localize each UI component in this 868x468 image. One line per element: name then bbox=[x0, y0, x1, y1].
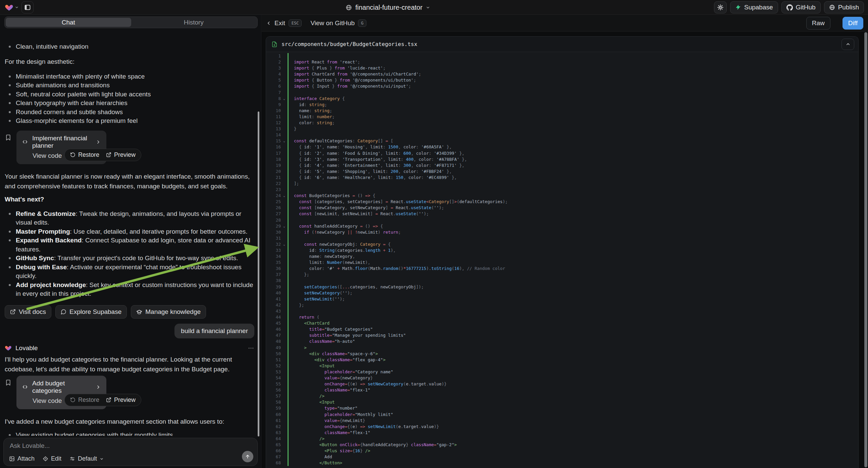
diff-toggle-button[interactable]: Diff bbox=[842, 17, 863, 30]
bullet-dot-icon bbox=[9, 239, 11, 241]
code-line: 5import { Button } from '@/components/ui… bbox=[266, 77, 858, 83]
code-line: 37 }; bbox=[266, 272, 858, 277]
chat-scrollbar[interactable] bbox=[258, 112, 259, 436]
github-button[interactable]: GitHub bbox=[781, 1, 821, 13]
sidebar-toggle-button[interactable] bbox=[22, 1, 34, 13]
code-lines: 12import React from 'react';3import { Pl… bbox=[266, 52, 858, 466]
mode-select[interactable]: Default bbox=[69, 455, 104, 462]
preview-button[interactable]: Preview bbox=[106, 397, 135, 404]
message-circle-icon bbox=[61, 309, 66, 315]
help-paragraph: I'll help you add budget categories to t… bbox=[5, 354, 254, 374]
bullet-dot-icon bbox=[9, 102, 11, 104]
scrollbar-thumb[interactable] bbox=[864, 32, 867, 467]
github-icon bbox=[786, 4, 793, 11]
bullet-dot-icon bbox=[9, 284, 11, 286]
code-line: 38 bbox=[266, 277, 858, 284]
chevron-down-icon bbox=[15, 5, 19, 9]
explore-supabase-button[interactable]: Explore Supabase bbox=[55, 305, 127, 319]
code-scrollbar[interactable] bbox=[864, 32, 867, 467]
code-line: 65 <Button onClick={handleAddCategory} c… bbox=[266, 442, 858, 448]
bookmark-icon[interactable] bbox=[5, 134, 12, 141]
code-line: 17 { id: '2', name: 'Food & Dining', lim… bbox=[266, 150, 858, 156]
assistant-name: Lovable bbox=[16, 345, 244, 352]
send-button[interactable] bbox=[242, 451, 253, 462]
code-line: 56 className="flex-1" bbox=[266, 387, 858, 393]
ready-paragraph: Your sleek financial planner is now read… bbox=[5, 172, 254, 191]
restore-icon bbox=[70, 152, 75, 157]
chevron-right-icon bbox=[96, 139, 101, 145]
supabase-button[interactable]: Supabase bbox=[730, 1, 778, 13]
raw-toggle-button[interactable]: Raw bbox=[806, 17, 830, 30]
version-actions-pill: Restore Preview bbox=[64, 394, 141, 406]
bullet-dot-icon bbox=[9, 231, 11, 233]
list-item: Glass-morphic elements for a premium fee… bbox=[5, 117, 254, 125]
code-line: 47 subtitle="Manage your spending limits… bbox=[266, 332, 858, 339]
bookmark-icon[interactable] bbox=[5, 379, 12, 386]
restore-button[interactable]: Restore bbox=[70, 151, 99, 158]
tab-history[interactable]: History bbox=[131, 18, 257, 27]
tab-chat[interactable]: Chat bbox=[6, 18, 131, 27]
code-line: 60 placeholder="Monthly limit" bbox=[266, 412, 858, 418]
version-card-row: Implement financial planner View code Re… bbox=[5, 130, 254, 163]
bullet-dot-icon bbox=[9, 93, 11, 95]
code-line: 25 const [categories, setCategories] = R… bbox=[266, 199, 858, 205]
list-item: Add project knowledge: Set key context o… bbox=[5, 281, 254, 298]
list-item: Rounded corners and subtle shadows bbox=[5, 108, 254, 117]
manage-knowledge-button[interactable]: Manage knowledge bbox=[131, 305, 206, 319]
code-line: 41 setNewLimit(''); bbox=[266, 296, 858, 302]
code-line: 26 const [newCategory, setNewCategory] =… bbox=[266, 205, 858, 211]
heart-icon bbox=[5, 345, 12, 351]
arrow-up-icon bbox=[245, 454, 250, 459]
code-line: 53 placeholder="Category name" bbox=[266, 369, 858, 375]
design-bullet-list: Minimalist interface with plenty of whit… bbox=[5, 72, 254, 125]
code-line: 15⌄const defaultCategories: Category[] =… bbox=[266, 138, 858, 144]
more-options-icon[interactable] bbox=[248, 345, 254, 351]
external-link-icon bbox=[10, 309, 16, 315]
file-path: src/components/budget/BudgetCategories.t… bbox=[281, 41, 837, 47]
edit-mode-button[interactable]: Edit bbox=[42, 455, 61, 462]
list-item: Subtle animations and transitions bbox=[5, 81, 254, 90]
version-card-title: Add budget categories bbox=[32, 380, 92, 394]
chat-input[interactable] bbox=[10, 442, 237, 452]
code-line: 59 type="number" bbox=[266, 405, 858, 411]
version-actions-pill: Restore Preview bbox=[64, 149, 141, 161]
code-line: 64 /> bbox=[266, 436, 858, 442]
code-panel: Exit ESC View on GitHub G Raw Diff src/c… bbox=[262, 15, 868, 468]
bullet-dot-icon bbox=[9, 434, 11, 436]
visit-docs-button[interactable]: Visit docs bbox=[5, 305, 51, 319]
preview-button[interactable]: Preview bbox=[106, 151, 135, 158]
attach-button[interactable]: Attach bbox=[9, 455, 35, 462]
code-line: 52 <Input bbox=[266, 363, 858, 369]
code-line: 36 color: '#' + Math.floor(Math.random()… bbox=[266, 266, 858, 272]
code-line: 32⌄ const newCategoryObj: Category = { bbox=[266, 241, 858, 247]
project-switcher[interactable]: financial-future-creator bbox=[346, 0, 430, 15]
restore-button[interactable]: Restore bbox=[70, 397, 99, 404]
code-line: 18 { id: '3', name: 'Transportation', li… bbox=[266, 156, 858, 163]
settings-button[interactable] bbox=[714, 1, 727, 13]
chat-composer: Attach Edit Default bbox=[3, 438, 258, 466]
globe-icon bbox=[346, 4, 352, 11]
code-line: 3import { Plus } from 'lucide-react'; bbox=[266, 65, 858, 71]
publish-button[interactable]: Publish bbox=[824, 1, 864, 13]
code-line: 39 setCategories([...categories, newCate… bbox=[266, 284, 858, 290]
code-line: 45 <ChartCard bbox=[266, 320, 858, 326]
code-line: 14 bbox=[266, 132, 858, 138]
code-line: 35 limit: Number(newLimit), bbox=[266, 260, 858, 266]
code-line: 50 <div className="space-y-6"> bbox=[266, 351, 858, 357]
code-header: Exit ESC View on GitHub G Raw Diff bbox=[262, 15, 868, 32]
code-line: 7 bbox=[266, 90, 858, 96]
chevron-right-icon bbox=[96, 384, 101, 390]
bullet-dot-icon bbox=[9, 120, 11, 122]
lovable-logo-icon[interactable] bbox=[5, 3, 19, 12]
chevron-down-icon bbox=[100, 457, 104, 461]
code-line: 29⌄ const handleAddCategory = () => { bbox=[266, 223, 858, 229]
image-icon bbox=[9, 456, 15, 462]
view-on-github-button[interactable]: View on GitHub G bbox=[310, 20, 366, 27]
collapse-file-button[interactable] bbox=[841, 39, 854, 50]
code-line: 8⌄interface Category { bbox=[266, 96, 858, 102]
code-line: 67 Add bbox=[266, 454, 858, 460]
list-item: Expand with Backend: Connect Supabase to… bbox=[5, 236, 254, 254]
code-line: 40 setNewCategory(''); bbox=[266, 290, 858, 296]
exit-button[interactable]: Exit ESC bbox=[267, 20, 302, 27]
file-diff-card: src/components/budget/BudgetCategories.t… bbox=[266, 36, 859, 468]
